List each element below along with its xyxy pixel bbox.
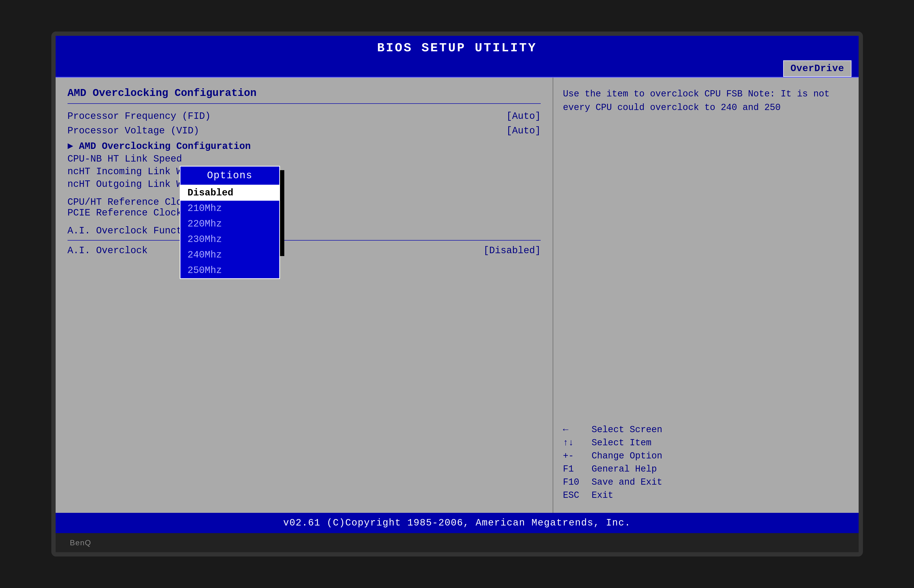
processor-frequency-value: [Auto] <box>506 111 541 122</box>
option-250mhz[interactable]: 250Mhz <box>180 263 279 278</box>
keybind-select-screen: ← Select Screen <box>563 425 849 435</box>
keybind-change-option: +- Change Option <box>563 451 849 461</box>
monitor: HDMI BIOS SETUP UTILITY OverDrive AMD Ov… <box>51 31 863 557</box>
key-arrow: ← <box>563 425 592 435</box>
key-f10: F10 <box>563 477 592 487</box>
bios-footer: v02.61 (C)Copyright 1985-2006, American … <box>56 513 859 533</box>
option-210mhz[interactable]: 210Mhz <box>180 201 279 216</box>
help-text-content: Use the item to overclock CPU FSB Note: … <box>563 89 830 113</box>
processor-voltage-row: Processor Voltage (VID) [Auto] <box>68 126 541 136</box>
key-esc: ESC <box>563 490 592 501</box>
right-panel: Use the item to overclock CPU FSB Note: … <box>553 78 858 513</box>
tab-bar: OverDrive <box>56 60 859 78</box>
spacer <box>563 121 849 425</box>
ai-divider <box>68 240 541 241</box>
keybind-select-item: ↑↓ Select Item <box>563 438 849 448</box>
ai-function-label: A.I. Overclock Function <box>68 226 541 236</box>
brand-label: BenQ <box>70 538 91 547</box>
processor-voltage-value: [Auto] <box>506 126 541 136</box>
options-dropdown[interactable]: Options Disabled 210Mhz 220Mhz 230Mhz 24… <box>180 166 280 279</box>
key-exit: Exit <box>592 490 613 501</box>
keybind-f10: F10 Save and Exit <box>563 477 849 487</box>
key-plusminus: +- <box>563 451 592 461</box>
section-title: AMD Overclocking Configuration <box>68 87 541 99</box>
ncht-outgoing-link-width[interactable]: ncHT Outgoing Link Width <box>68 179 541 190</box>
option-disabled[interactable]: Disabled <box>180 185 279 201</box>
key-general-help: General Help <box>592 464 657 474</box>
cpu-ht-ref-clock-row: CPU/HT Reference Clock (MHz) <box>68 197 541 208</box>
option-240mhz[interactable]: 240Mhz <box>180 247 279 263</box>
cpu-nb-ht-link-speed[interactable]: CPU-NB HT Link Speed <box>68 153 541 165</box>
key-change-option: Change Option <box>592 451 662 461</box>
option-220mhz[interactable]: 220Mhz <box>180 216 279 232</box>
dropdown-box[interactable]: Options Disabled 210Mhz 220Mhz 230Mhz 24… <box>180 166 280 279</box>
keybind-section: ← Select Screen ↑↓ Select Item +- Change… <box>563 425 849 503</box>
ai-overclock-value: [Disabled] <box>484 245 541 256</box>
dropdown-header: Options <box>180 166 279 185</box>
amd-overclocking-submenu[interactable]: ► AMD Overclocking Configuration <box>68 141 541 152</box>
left-panel: AMD Overclocking Configuration Processor… <box>56 78 553 513</box>
processor-frequency-label: Processor Frequency (FID) <box>68 111 211 122</box>
processor-voltage-label: Processor Voltage (VID) <box>68 126 199 136</box>
ai-overclock-row: A.I. Overclock [Disabled] <box>68 245 541 256</box>
keybind-f1: F1 General Help <box>563 464 849 474</box>
key-f1: F1 <box>563 464 592 474</box>
pcie-ref-clock-row: PCIE Reference Clock (MHz) <box>68 208 541 218</box>
help-text: Use the item to overclock CPU FSB Note: … <box>563 87 849 114</box>
ai-overclock-label: A.I. Overclock <box>68 245 148 256</box>
option-230mhz[interactable]: 230Mhz <box>180 232 279 247</box>
processor-frequency-row: Processor Frequency (FID) [Auto] <box>68 111 541 122</box>
key-select-screen: Select Screen <box>592 425 662 435</box>
screen: BIOS SETUP UTILITY OverDrive AMD Overclo… <box>56 36 859 533</box>
monitor-bezel-bottom: BenQ <box>56 533 859 552</box>
key-save-exit: Save and Exit <box>592 477 662 487</box>
bios-title: BIOS SETUP UTILITY <box>56 36 859 60</box>
keybind-esc: ESC Exit <box>563 490 849 501</box>
section-divider <box>68 103 541 104</box>
ncht-incoming-link-width[interactable]: ncHT Incoming Link Width <box>68 166 541 177</box>
key-updown: ↑↓ <box>563 438 592 448</box>
key-select-item: Select Item <box>592 438 652 448</box>
main-content: AMD Overclocking Configuration Processor… <box>56 78 859 513</box>
tab-overdrive[interactable]: OverDrive <box>783 60 851 77</box>
